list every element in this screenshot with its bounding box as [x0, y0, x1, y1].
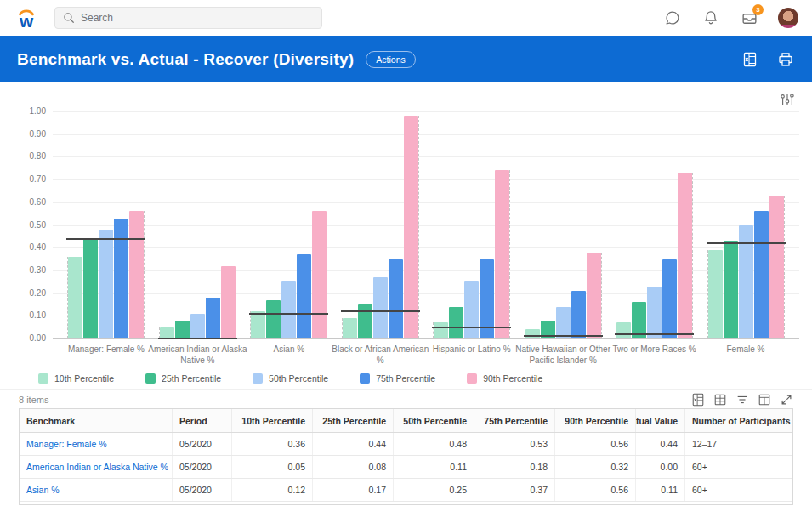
bar-50th-percentile[interactable]: [190, 314, 205, 338]
inbox-icon[interactable]: 3: [740, 9, 758, 27]
chat-icon[interactable]: [663, 9, 682, 27]
bar-10th-percentile[interactable]: [525, 329, 540, 338]
column-settings-icon[interactable]: [757, 392, 771, 407]
print-icon[interactable]: [776, 50, 795, 69]
legend-label: 25th Percentile: [162, 373, 221, 384]
export-excel-icon[interactable]: [741, 50, 759, 69]
bar-75th-percentile[interactable]: [571, 291, 586, 338]
group-edge: [418, 116, 419, 338]
group-edge: [327, 211, 327, 338]
x-axis-label: Black or African American %: [343, 344, 418, 367]
bar-50th-percentile[interactable]: [556, 307, 571, 338]
search-input[interactable]: [54, 7, 322, 29]
expand-icon[interactable]: [779, 392, 793, 407]
column-header[interactable]: 75th Percentile: [474, 409, 555, 432]
bar-75th-percentile[interactable]: [754, 211, 769, 338]
bar-25th-percentile[interactable]: [449, 307, 463, 338]
y-axis-tick: 0.40: [12, 242, 46, 252]
cell-actual: 0.00: [636, 456, 685, 478]
x-axis-label: Asian %: [251, 344, 327, 367]
bar-group: [434, 111, 509, 338]
grid-toolbar-row: 8 items: [0, 389, 812, 408]
bar-25th-percentile[interactable]: [266, 300, 281, 338]
actual-value-line: [432, 327, 511, 328]
benchmark-table: BenchmarkPeriod10th Percentile25th Perce…: [19, 408, 793, 505]
legend-item[interactable]: 10th Percentile: [38, 373, 114, 384]
cell-p10: 0.12: [232, 479, 313, 501]
export-excel-icon[interactable]: [690, 392, 705, 407]
bar-10th-percentile[interactable]: [251, 311, 265, 338]
bar-90th-percentile[interactable]: [587, 253, 601, 338]
actual-value-line: [524, 335, 603, 337]
cell-p50: 0.11: [394, 456, 474, 478]
items-count: 8 items: [19, 395, 48, 405]
bar-group: [708, 111, 784, 338]
bar-90th-percentile[interactable]: [495, 170, 509, 338]
notifications-bell-icon[interactable]: [701, 9, 720, 27]
actions-button[interactable]: Actions: [366, 51, 415, 68]
bar-50th-percentile[interactable]: [281, 281, 296, 338]
search-field[interactable]: [81, 12, 314, 24]
legend-item[interactable]: 75th Percentile: [360, 373, 435, 384]
bar-75th-percentile[interactable]: [114, 219, 128, 339]
bar-10th-percentile[interactable]: [708, 250, 723, 338]
column-header[interactable]: Period: [173, 409, 232, 432]
column-header[interactable]: 10th Percentile: [232, 409, 313, 432]
bar-90th-percentile[interactable]: [312, 211, 327, 338]
cell-benchmark[interactable]: Manager: Female %: [20, 433, 173, 455]
bar-90th-percentile[interactable]: [769, 196, 784, 338]
cell-benchmark[interactable]: American Indian or Alaska Native %: [20, 456, 173, 478]
cell-benchmark[interactable]: Asian %: [20, 479, 173, 501]
bar-10th-percentile[interactable]: [616, 322, 631, 338]
bar-90th-percentile[interactable]: [678, 173, 692, 338]
bar-25th-percentile[interactable]: [724, 241, 738, 338]
cell-p90: 0.56: [555, 479, 636, 501]
column-header[interactable]: Actual Value: [636, 409, 685, 432]
legend-item[interactable]: 25th Percentile: [145, 373, 221, 384]
cell-period: 05/2020: [173, 456, 232, 478]
cell-participants: 60+: [685, 456, 792, 478]
x-axis-label: American Indian or Alaska Native %: [160, 344, 236, 367]
filter-icon[interactable]: [735, 392, 749, 407]
bar-50th-percentile[interactable]: [373, 277, 388, 338]
bar-50th-percentile[interactable]: [464, 281, 479, 338]
profile-avatar[interactable]: [778, 8, 798, 28]
bar-50th-percentile[interactable]: [99, 230, 113, 338]
group-edge: [707, 250, 708, 338]
grid-view-icon[interactable]: [713, 392, 727, 407]
bar-25th-percentile[interactable]: [175, 321, 190, 338]
table-header-row: BenchmarkPeriod10th Percentile25th Perce…: [20, 409, 792, 433]
bar-10th-percentile[interactable]: [160, 327, 174, 338]
bar-10th-percentile[interactable]: [434, 322, 448, 338]
chart-settings-sliders-icon[interactable]: [780, 92, 795, 111]
bar-10th-percentile[interactable]: [68, 257, 82, 338]
column-header[interactable]: Benchmark: [20, 409, 173, 432]
actual-value-line: [341, 310, 420, 312]
bar-90th-percentile[interactable]: [221, 266, 236, 338]
bar-50th-percentile[interactable]: [647, 287, 662, 338]
bar-90th-percentile[interactable]: [404, 116, 418, 338]
column-header[interactable]: Number of Participants: [685, 409, 792, 432]
bar-10th-percentile[interactable]: [343, 318, 357, 338]
bar-25th-percentile[interactable]: [358, 304, 372, 338]
bar-75th-percentile[interactable]: [389, 259, 403, 338]
bar-25th-percentile[interactable]: [83, 239, 98, 338]
group-edge: [525, 329, 525, 338]
bar-75th-percentile[interactable]: [297, 254, 311, 338]
column-header[interactable]: 50th Percentile: [394, 409, 474, 432]
legend-item[interactable]: 50th Percentile: [253, 373, 328, 384]
bar-90th-percentile[interactable]: [129, 211, 144, 338]
column-header[interactable]: 25th Percentile: [313, 409, 394, 432]
bar-75th-percentile[interactable]: [206, 298, 220, 338]
legend-item[interactable]: 90th Percentile: [467, 373, 542, 384]
bar-group: [160, 111, 236, 338]
y-axis-tick: 0.70: [12, 174, 46, 184]
cell-p10: 0.36: [232, 433, 313, 455]
cell-period: 05/2020: [173, 433, 232, 455]
cell-p75: 0.18: [474, 456, 555, 478]
table-row: Manager: Female %05/20200.360.440.480.53…: [20, 433, 792, 456]
actual-value-line: [66, 238, 145, 240]
workday-logo[interactable]: w: [14, 5, 39, 31]
column-header[interactable]: 90th Percentile: [555, 409, 636, 432]
bar-75th-percentile[interactable]: [662, 259, 677, 338]
